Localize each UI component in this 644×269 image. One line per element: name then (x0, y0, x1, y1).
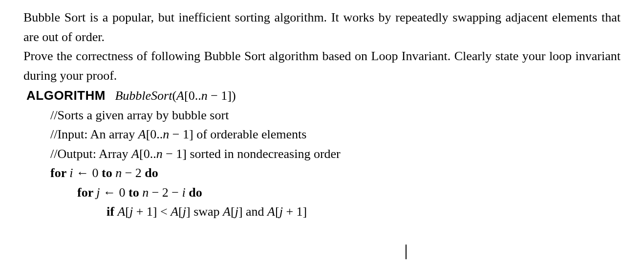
sig-range: [0.. (184, 89, 201, 103)
swap-open1: [ (231, 204, 235, 219)
cond-close2: ] (186, 204, 191, 219)
c2a: //Input: An array (50, 127, 138, 141)
algorithm-keyword: ALGORITHM (26, 88, 106, 103)
for-kw: for (77, 185, 96, 200)
swap-txt: swap (191, 204, 223, 219)
swap-close1: ] (238, 204, 243, 219)
cond-plus1: + 1] < (133, 204, 171, 219)
inner-mid: − 2 − (149, 185, 182, 200)
problem-paragraph-1: Bubble Sort is a popular, but inefficien… (23, 8, 621, 46)
cond-open1: [ (125, 204, 129, 219)
to-kw: to (125, 185, 142, 200)
sig-arr: A (176, 89, 184, 103)
c3b: [0.. (139, 147, 156, 161)
outer-assign: ← 0 (73, 166, 98, 180)
swap-j2: j (279, 204, 283, 219)
algo-name: BubbleSort (115, 89, 172, 103)
outer-n: n (115, 166, 122, 180)
c2n: n (163, 127, 169, 141)
c2arr: A (138, 127, 146, 141)
if-kw: if (107, 204, 117, 219)
gap (106, 89, 115, 103)
outer-for: for i ← 0 to n − 2 do (23, 163, 621, 183)
sig-open: ( (172, 89, 176, 103)
inner-for: for j ← 0 to n − 2 − i do (23, 183, 621, 202)
condA2: A (171, 204, 178, 219)
inner-i: i (182, 185, 185, 200)
algorithm-block: ALGORITHM BubbleSort(A[0..n − 1]) //Sort… (23, 86, 621, 222)
cond-j2: j (183, 204, 186, 219)
do-kw: do (186, 185, 202, 200)
swapA2: A (267, 204, 275, 219)
problem-paragraph-2: Prove the correctness of following Bubbl… (23, 46, 621, 85)
do-kw: do (142, 166, 158, 180)
condA1: A (117, 204, 125, 219)
inner-n: n (142, 185, 149, 200)
to-kw: to (98, 166, 115, 180)
for-kw: for (50, 166, 69, 180)
c3n: n (156, 147, 163, 161)
text-cursor (406, 245, 407, 259)
c3c: − 1] sorted in nondecreasing order (163, 147, 341, 161)
swap-j1: j (235, 204, 238, 219)
if-swap-line: if A[j + 1] < A[j] swap A[j] and A[j + 1… (23, 202, 621, 222)
inner-assign: ← 0 (100, 185, 125, 200)
sig-tail: − 1]) (208, 89, 236, 103)
cond-open2: [ (178, 204, 183, 219)
swap-open2: [ (275, 204, 279, 219)
sig-n: n (201, 89, 208, 103)
algo-comment-output: //Output: Array A[0..n − 1] sorted in no… (23, 144, 621, 164)
c2c: − 1] of orderable elements (169, 127, 306, 141)
swapA1: A (223, 204, 231, 219)
algo-comment-purpose: //Sorts a given array by bubble sort (23, 106, 621, 125)
c2b: [0.. (146, 127, 163, 141)
outer-tail: − 2 (122, 166, 142, 180)
swap-and: and (243, 204, 268, 219)
algo-header: ALGORITHM BubbleSort(A[0..n − 1]) (23, 86, 621, 106)
algo-comment-input: //Input: An array A[0..n − 1] of orderab… (23, 125, 621, 144)
c3a: //Output: Array (50, 147, 131, 161)
swap-plus: + 1] (283, 204, 307, 219)
c3arr: A (131, 147, 139, 161)
